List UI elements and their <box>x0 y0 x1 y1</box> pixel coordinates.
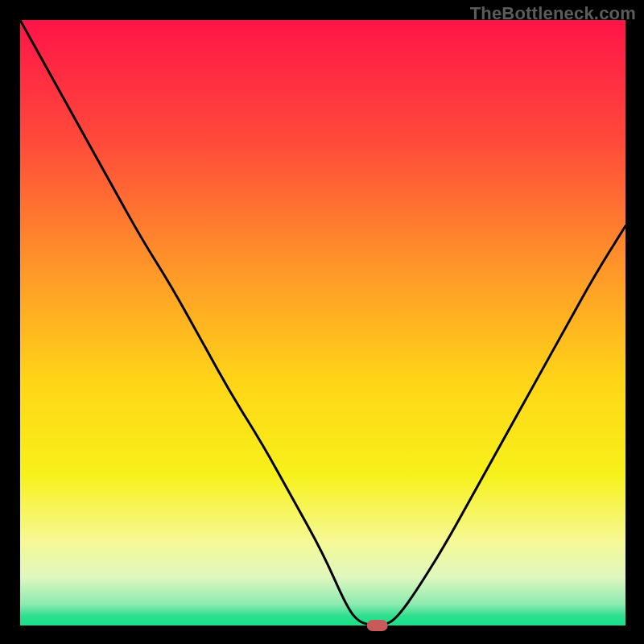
chart-frame: TheBottleneck.com <box>0 0 644 644</box>
chart-svg <box>0 0 644 644</box>
plot-background <box>20 20 625 625</box>
watermark-text: TheBottleneck.com <box>470 3 636 24</box>
optimal-point-marker <box>367 620 388 631</box>
